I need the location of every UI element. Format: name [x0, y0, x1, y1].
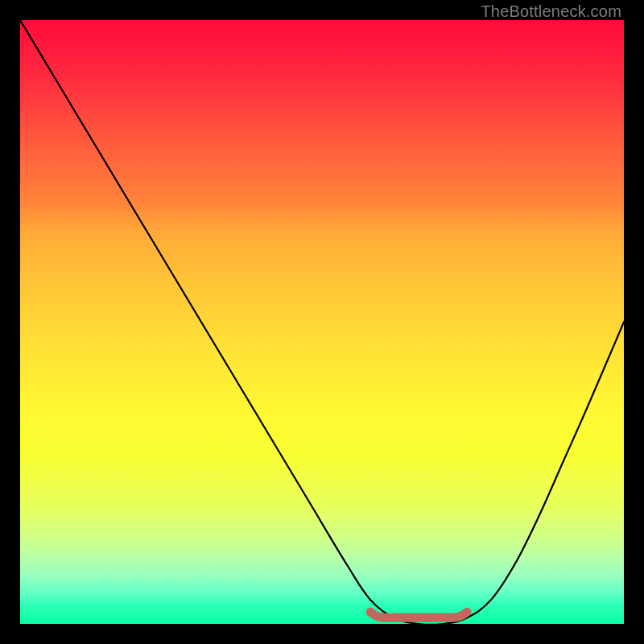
frame-border-right: [624, 0, 644, 644]
frame-border-bottom: [0, 624, 644, 644]
chart-frame: TheBottleneck.com: [0, 0, 644, 644]
frame-border-left: [0, 0, 20, 644]
plot-svg: [20, 20, 624, 624]
watermark-text: TheBottleneck.com: [481, 2, 621, 21]
bottleneck-curve: [20, 20, 624, 625]
